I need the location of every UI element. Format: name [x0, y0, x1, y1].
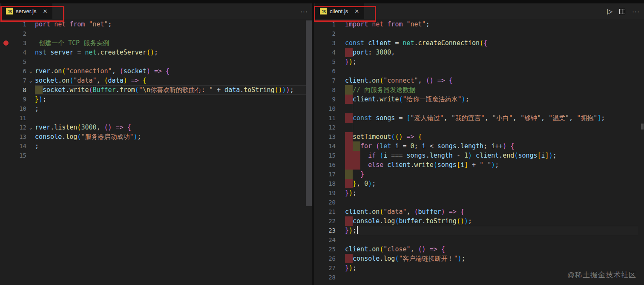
- code-line-content[interactable]: socket.write(Buffer.from("\n你喜欢听的歌曲有: " …: [35, 85, 312, 95]
- code-line[interactable]: 21client.on("data", (buffer) => {: [314, 207, 644, 216]
- gutter[interactable]: 10: [0, 104, 35, 113]
- code-line[interactable]: 15 if (i === songs.length - 1) client.en…: [314, 151, 644, 160]
- breakpoint-margin[interactable]: [0, 29, 12, 38]
- more-actions-icon[interactable]: ···: [632, 8, 640, 15]
- code-line-content[interactable]: [345, 235, 644, 245]
- code-line[interactable]: 14for (let i = 0; i < songs.length; i++)…: [314, 141, 644, 151]
- code-line[interactable]: 5});: [314, 57, 644, 66]
- gutter[interactable]: 15: [314, 151, 345, 160]
- breakpoint-margin[interactable]: [0, 123, 12, 132]
- code-line-content[interactable]: rver.listen(3000, () => {: [35, 123, 312, 132]
- gutter[interactable]: 14: [314, 141, 345, 151]
- code-line-content[interactable]: client.write("给你一瓶魔法药水");: [345, 95, 644, 104]
- gutter[interactable]: 28: [314, 273, 345, 282]
- code-line-content[interactable]: [345, 123, 644, 132]
- gutter[interactable]: 8: [314, 85, 345, 95]
- breakpoint-margin[interactable]: [0, 132, 12, 141]
- code-line-content[interactable]: ;: [35, 141, 312, 151]
- gutter[interactable]: 9: [314, 95, 345, 104]
- code-line-content[interactable]: [35, 57, 312, 66]
- gutter[interactable]: 13: [314, 132, 345, 141]
- code-line[interactable]: 23});: [314, 226, 644, 235]
- gutter[interactable]: 14: [0, 141, 35, 151]
- gutter[interactable]: 12⌄: [0, 123, 35, 132]
- breakpoint-margin[interactable]: [0, 38, 12, 48]
- code-line-content[interactable]: else client.write(songs[i] + " ");: [345, 160, 644, 170]
- breakpoint-margin[interactable]: [0, 113, 12, 123]
- code-line-content[interactable]: port: 3000,: [345, 48, 644, 57]
- fold-chevron-icon[interactable]: ⌄: [26, 123, 35, 132]
- gutter[interactable]: 8: [0, 85, 35, 95]
- gutter[interactable]: 26: [314, 254, 345, 263]
- vertical-scrollbar[interactable]: [306, 20, 312, 285]
- code-line[interactable]: 1import net from "net";: [314, 20, 644, 29]
- code-line[interactable]: 12⌄rver.listen(3000, () => {: [0, 123, 312, 132]
- breakpoint-margin[interactable]: [0, 141, 12, 151]
- breakpoint-icon[interactable]: [3, 40, 9, 46]
- code-line[interactable]: 3const client = net.createConnection({: [314, 38, 644, 48]
- code-line[interactable]: 18}, 0);: [314, 179, 644, 188]
- code-line-content[interactable]: // 向服务器发送数据: [345, 85, 644, 95]
- code-line-content[interactable]: [35, 113, 312, 123]
- code-line-content[interactable]: console.log(buffer.toString());: [345, 216, 644, 226]
- code-editor-server[interactable]: 1port net from "net";23 创建一个 TCP 服务实例4ns…: [0, 19, 312, 160]
- code-line-content[interactable]: for (let i = 0; i < songs.length; i++) {: [345, 141, 644, 151]
- gutter[interactable]: 2: [314, 29, 345, 38]
- gutter[interactable]: 18: [314, 179, 345, 188]
- scrollbar-marker[interactable]: [641, 124, 644, 130]
- gutter[interactable]: 16: [314, 160, 345, 170]
- gutter[interactable]: 12: [314, 123, 345, 132]
- gutter[interactable]: 27: [314, 263, 345, 273]
- code-line[interactable]: 19});: [314, 188, 644, 198]
- code-line-content[interactable]: });: [345, 226, 644, 235]
- code-line[interactable]: 8// 向服务器发送数据: [314, 85, 644, 95]
- code-line[interactable]: 22console.log(buffer.toString());: [314, 216, 644, 226]
- code-line-content[interactable]: });: [345, 188, 644, 198]
- gutter[interactable]: 4: [0, 48, 35, 57]
- code-line[interactable]: 13console.log("服务器启动成功");: [0, 132, 312, 141]
- code-line[interactable]: 25client.on("close", () => {: [314, 245, 644, 254]
- code-line[interactable]: 8socket.write(Buffer.from("\n你喜欢听的歌曲有: "…: [0, 85, 312, 95]
- code-line-content[interactable]: [345, 29, 644, 38]
- gutter[interactable]: 22: [314, 216, 345, 226]
- gutter[interactable]: 20: [314, 198, 345, 207]
- gutter[interactable]: 6⌄: [0, 66, 35, 76]
- code-line-content[interactable]: [345, 198, 644, 207]
- code-line[interactable]: 11const songs = ["爱人错过", "我的宜言", "小白", "…: [314, 113, 644, 123]
- gutter[interactable]: 9: [0, 95, 35, 104]
- code-line-content[interactable]: [345, 66, 644, 76]
- breakpoint-margin[interactable]: [0, 151, 12, 160]
- code-line-content[interactable]: });: [35, 95, 312, 104]
- code-line[interactable]: 7client.on("connect", () => {: [314, 76, 644, 85]
- code-line[interactable]: 1port net from "net";: [0, 20, 312, 29]
- code-line[interactable]: 13setTimeout(() => {: [314, 132, 644, 141]
- code-line-content[interactable]: rver.on("connection", (socket) => {: [35, 66, 312, 76]
- gutter[interactable]: 15: [0, 151, 35, 160]
- gutter[interactable]: 11: [314, 113, 345, 123]
- code-line[interactable]: 20: [314, 198, 644, 207]
- fold-chevron-icon[interactable]: ⌄: [26, 76, 35, 85]
- tab-client-js[interactable]: JS client.js ✕: [315, 3, 364, 19]
- code-line[interactable]: 3 创建一个 TCP 服务实例: [0, 38, 312, 48]
- scrollbar-thumb[interactable]: [306, 20, 312, 206]
- code-line[interactable]: 10: [314, 104, 644, 113]
- gutter[interactable]: 5: [0, 57, 35, 66]
- code-line-content[interactable]: }: [345, 170, 644, 179]
- code-line[interactable]: 2: [314, 29, 644, 38]
- fold-chevron-icon[interactable]: ⌄: [26, 66, 35, 76]
- code-editor-client[interactable]: 1import net from "net";23const client = …: [314, 19, 644, 282]
- gutter[interactable]: 3: [314, 38, 345, 48]
- breakpoint-margin[interactable]: [0, 104, 12, 113]
- gutter[interactable]: 11: [0, 113, 35, 123]
- breakpoint-margin[interactable]: [0, 76, 12, 85]
- gutter[interactable]: 1: [314, 20, 345, 29]
- code-line-content[interactable]: 创建一个 TCP 服务实例: [35, 38, 312, 48]
- code-line-content[interactable]: client.on("data", (buffer) => {: [345, 207, 644, 216]
- gutter[interactable]: 2: [0, 29, 35, 38]
- code-line[interactable]: 12: [314, 123, 644, 132]
- gutter[interactable]: 21: [314, 207, 345, 216]
- breakpoint-margin[interactable]: [0, 85, 12, 95]
- code-line-content[interactable]: import net from "net";: [345, 20, 644, 29]
- code-line-content[interactable]: const songs = ["爱人错过", "我的宜言", "小白", "够钟…: [345, 113, 644, 123]
- breakpoint-margin[interactable]: [0, 20, 12, 29]
